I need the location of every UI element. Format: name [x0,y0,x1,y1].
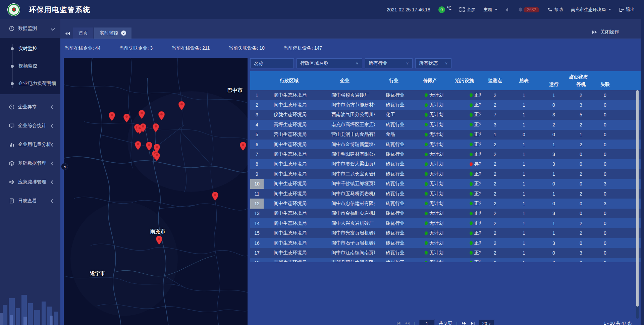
running-cell: 0 [539,179,569,189]
table-row[interactable]: 8 阆中生态环境局 阆中市枣碧大梁山页岩 砖瓦行业 无计划 异常 2 1 3 0… [250,159,641,169]
map-pin-icon[interactable] [135,141,141,150]
map-pin-icon[interactable] [178,101,185,110]
tabs-scroll-left-icon[interactable] [65,31,70,36]
map-panel[interactable]: 巴中市 南充市 遂宁市 [64,58,248,325]
sidebar-item-realtime-monitor[interactable]: 实时监控 [0,40,60,57]
document-icon [9,198,15,204]
first-page-button[interactable] [396,321,401,325]
table-header: 行政区域 企业 行业 停限产 治污设施 监测点 总表 点位状态 运行 停机 失联 [250,71,641,90]
points-cell: 1 [481,130,509,140]
map-pin-icon[interactable] [154,152,160,161]
theme-dropdown[interactable]: 主题 [483,7,497,13]
points-cell: 2 [481,179,509,189]
app-header: 环保用电监管系统 2021-02-25 17:46:18 0 ℃ 全屏 主题 [0,0,644,19]
table-scrollbar[interactable] [636,90,639,319]
tab-home[interactable]: 首页 [73,28,93,39]
org-dropdown[interactable]: 南充市生态环境局 [571,7,611,13]
table-row[interactable]: 6 阆中生态环境局 阆中市金博瑞新型墙材 砖瓦行业 无计划 正常 2 1 1 2… [250,140,641,149]
industry-filter-select[interactable]: 所有行业 ∨ [365,58,413,68]
facility-status-cell: 异常 [448,159,481,169]
sidebar-item-label: 应急减排管理 [18,179,46,185]
phone-icon [547,7,552,12]
table-row[interactable]: 1 阆中生态环境局 阆中强锐页岩砖厂 砖瓦行业 无计划 正常 2 1 1 2 0 [250,90,641,100]
region-cell: 阆中生态环境局 [264,169,315,179]
page-number-input[interactable] [419,319,435,325]
map-pin-icon[interactable] [158,111,165,120]
last-page-button[interactable] [471,321,475,325]
stopped-cell: 3 [569,100,593,110]
limit-status-cell: 无计划 [413,179,448,189]
status-dot-icon [425,103,428,107]
map-pin-icon[interactable] [153,123,159,132]
industry-cell: 砖瓦行业 [375,248,413,258]
fullscreen-button[interactable]: 全屏 [460,7,475,13]
sidebar-item-log-view[interactable]: 日志查看 [0,192,60,210]
speaker-mute-icon[interactable] [505,7,510,12]
name-filter-input[interactable] [250,58,294,68]
sidebar-item-power-load-detail[interactable]: 企业电力负荷明细 [0,75,60,92]
map-pin-icon[interactable] [146,142,152,151]
help-button[interactable]: 帮助 [547,7,563,13]
sidebar-item-power-analysis[interactable]: 企业用电量分析 [0,135,60,154]
chevron-down-icon: ∨ [488,322,491,325]
industry-cell: 砖瓦行业 [375,218,413,228]
map-pin-icon[interactable] [212,192,218,201]
table-row[interactable]: 3 仪陇生态环境局 西南油气田分公司川中 化工 无计划 正常 7 1 3 5 0 [250,110,641,120]
sidebar-item-company-abnormal[interactable]: 企业异常 [0,98,60,116]
sidebar-item-base-data[interactable]: 基础数据管理 [0,154,60,173]
facility-status-cell: 正常 [448,90,481,100]
table-row[interactable]: 7 阆中生态环境局 阆中明阳建材有限公司 砖瓦行业 无计划 正常 2 1 3 0… [250,149,641,159]
row-index: 16 [250,238,264,248]
table-row[interactable]: 10 阆中生态环境局 阆中千佛镇五郎垭页岩 砖瓦行业 无计划 正常 2 1 0 … [250,179,641,189]
facility-status-cell: 正常 [448,179,481,189]
running-cell: 2 [539,120,569,129]
meter-cell: 1 [509,238,539,248]
industry-cell: 砖瓦行业 [375,238,413,248]
table-row[interactable]: 12 阆中生态环境局 阆中市忠信建材有限公 砖瓦行业 无计划 正常 2 1 0 … [250,199,641,208]
sidebar-item-data-monitoring[interactable]: 数据监测 [0,19,60,38]
map-pin-icon[interactable] [139,110,145,119]
table-row[interactable]: 14 阆中生态环境局 阆中大兴页岩机砖厂 砖瓦行业 无计划 正常 2 1 1 2… [250,218,641,228]
industry-cell: 化工 [375,110,413,120]
status-filter-select[interactable]: 所有状态 ∨ [415,58,451,68]
table-row[interactable]: 5 营山生态环境局 营山县润丰肉食品有限 食品 无计划 正常 1 0 0 1 0 [250,130,641,140]
map-pin-icon[interactable] [156,236,162,245]
table-row[interactable]: 15 阆中生态环境局 阆中市光富页岩机砖厂 砖瓦行业 无计划 正常 2 1 1 … [250,228,641,238]
table-row[interactable]: 18 南部生态环境局 南部县双佳水泥有限公 建材加工 无计划 正常 2 1 0 … [250,258,641,262]
map-pin-icon[interactable] [140,123,146,132]
scrollbar-thumb[interactable] [636,90,639,307]
page-size-select[interactable]: 20 ∨ [479,319,494,325]
table-row[interactable]: 17 阆中生态环境局 阆中市江南镇阆南页岩 砖瓦行业 无计划 正常 2 1 0 … [250,248,641,258]
next-page-button[interactable] [462,321,467,325]
map-pin-icon[interactable] [109,112,115,121]
status-dot-icon [470,212,473,215]
table-row[interactable]: 13 阆中生态环境局 阆中市金福旺页岩机砖 砖瓦行业 无计划 正常 2 1 3 … [250,209,641,218]
table-row[interactable]: 16 阆中生态环境局 阆中市石子页岩机砖厂 砖瓦行业 无计划 正常 2 1 3 … [250,238,641,248]
limit-status-cell: 无计划 [413,238,448,248]
table-row[interactable]: 2 阆中生态环境局 阆中市南方节能建材有 砖瓦行业 无计划 正常 2 1 0 3… [250,100,641,110]
limit-status-cell: 无计划 [413,90,448,100]
tabs-scroll-right-icon[interactable] [592,30,597,35]
tab-realtime-monitor[interactable]: 实时监控 × [94,28,131,39]
table-row[interactable]: 9 阆中生态环境局 阆中市二龙长宝页岩砖 砖瓦行业 无计划 正常 2 1 1 2… [250,169,641,179]
region-filter-select[interactable]: 行政区域名称 ∨ [297,58,362,68]
notifications-button[interactable]: 2632 [518,7,539,12]
logout-button[interactable]: 退出 [619,7,635,13]
sidebar-item-company-statistics[interactable]: 企业综合统计 [0,116,60,135]
sidebar-item-video-monitor[interactable]: 视频监控 [0,57,60,75]
map-collapse-button[interactable]: ◄ [61,163,68,170]
close-operations-button[interactable]: 关闭操作 [600,29,619,35]
status-dot-icon [470,153,473,156]
region-cell: 阆中生态环境局 [264,90,315,100]
close-icon[interactable]: × [121,31,126,36]
map-pin-icon[interactable] [240,142,246,151]
sidebar-item-emergency-reduction[interactable]: 应急减排管理 [0,173,60,192]
table-row[interactable]: 4 高坪生态环境局 南充市高坪区王家店建 砖瓦行业 无计划 正常 3 1 2 2… [250,120,641,129]
status-dot-icon [470,172,473,176]
map-pin-icon[interactable] [123,114,130,122]
table-row[interactable]: 11 阆中生态环境局 阆中市五马桥页岩机砖 砖瓦行业 无计划 正常 2 1 1 … [250,189,641,199]
prev-page-button[interactable] [405,321,410,325]
tab-label: 实时监控 [100,30,118,36]
company-cell: 阆中市忠信建材有限公 [315,199,375,208]
stat-online-companies: 当前在线企业:44 [64,45,100,51]
